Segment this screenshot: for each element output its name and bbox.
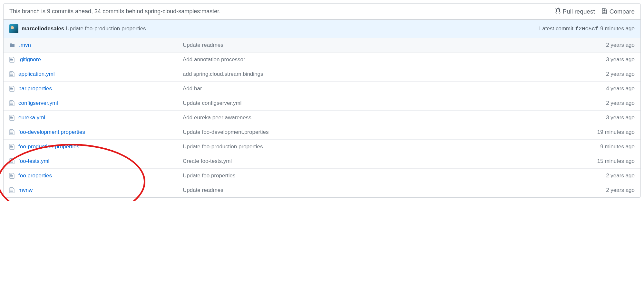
- file-name-cell: foo-production.properties: [9, 144, 183, 150]
- diff-icon: [602, 7, 608, 15]
- file-icon: [9, 71, 15, 77]
- git-pull-request-icon: [555, 7, 561, 15]
- file-icon: [9, 85, 15, 92]
- branch-compare-bar: This branch is 9 commits ahead, 34 commi…: [4, 4, 640, 20]
- branch-status-text: This branch is 9 commits ahead, 34 commi…: [9, 8, 220, 15]
- avatar[interactable]: [9, 24, 18, 33]
- file-icon: [9, 187, 15, 193]
- file-name-cell: bar.properties: [9, 85, 183, 92]
- file-row: configserver.ymlUpdate configserver.yml2…: [4, 96, 640, 111]
- commit-message-link[interactable]: Update foo-development.properties: [183, 129, 570, 135]
- file-name-cell: foo.properties: [9, 173, 183, 179]
- file-time: 2 years ago: [570, 100, 635, 106]
- pull-request-button[interactable]: Pull request: [555, 7, 595, 15]
- pull-request-label: Pull request: [563, 8, 595, 15]
- file-time: 2 years ago: [570, 42, 635, 48]
- commit-message-link[interactable]: add spring.cloud.stream.bindings: [183, 71, 570, 77]
- file-row: application.ymladd spring.cloud.stream.b…: [4, 67, 640, 82]
- compare-label: Compare: [610, 8, 635, 15]
- file-row: eureka.ymlAdd eureka peer awareness3 yea…: [4, 111, 640, 125]
- file-time: 15 minutes ago: [570, 158, 635, 164]
- file-row: .gitignoreAdd annotation processor3 year…: [4, 53, 640, 67]
- file-time: 2 years ago: [570, 173, 635, 179]
- latest-commit-label: Latest commit: [539, 25, 573, 32]
- file-icon: [9, 100, 15, 106]
- file-link[interactable]: foo.properties: [18, 173, 52, 179]
- file-icon: [9, 129, 15, 135]
- file-icon: [9, 144, 15, 150]
- file-link[interactable]: .mvn: [19, 42, 31, 48]
- file-time: 2 years ago: [570, 71, 635, 77]
- file-link[interactable]: foo-tests.yml: [18, 158, 49, 164]
- commit-author-block: marcellodesales Update foo-production.pr…: [9, 24, 146, 33]
- file-time: 9 minutes ago: [570, 144, 635, 150]
- file-link[interactable]: foo-production.properties: [18, 144, 79, 150]
- file-icon: [9, 173, 15, 179]
- branch-actions: Pull request Compare: [555, 7, 635, 15]
- file-row: foo-tests.ymlCreate foo-tests.yml15 minu…: [4, 154, 640, 169]
- file-browser: This branch is 9 commits ahead, 34 commi…: [3, 3, 641, 198]
- file-name-cell: eureka.yml: [9, 114, 183, 121]
- file-link[interactable]: foo-development.properties: [18, 129, 85, 135]
- file-name-cell: mvnw: [9, 187, 183, 193]
- file-icon: [9, 158, 15, 164]
- commit-message-link[interactable]: Add eureka peer awareness: [183, 114, 570, 121]
- file-icon: [9, 114, 15, 121]
- file-row: foo-production.propertiesUpdate foo-prod…: [4, 140, 640, 154]
- commit-sha-link[interactable]: f20c5cf: [575, 26, 598, 32]
- file-time: 3 years ago: [570, 56, 635, 63]
- commit-message-inline[interactable]: Update foo-production.properties: [66, 25, 146, 32]
- file-row: mvnwUpdate readmes2 years ago: [4, 183, 640, 197]
- commit-message-link[interactable]: Update readmes: [183, 187, 570, 193]
- file-icon: [9, 56, 15, 63]
- commit-message-link[interactable]: Add annotation processor: [183, 56, 570, 63]
- file-time: 2 years ago: [570, 187, 635, 193]
- file-link[interactable]: bar.properties: [18, 85, 52, 92]
- file-name-cell: .gitignore: [9, 56, 183, 63]
- file-link[interactable]: application.yml: [18, 71, 54, 77]
- file-time: 3 years ago: [570, 114, 635, 121]
- file-name-cell: foo-development.properties: [9, 129, 183, 135]
- file-time: 19 minutes ago: [570, 129, 635, 135]
- commit-meta: Latest commit f20c5cf 9 minutes ago: [539, 25, 635, 32]
- file-row: foo-development.propertiesUpdate foo-dev…: [4, 125, 640, 140]
- commit-message-link[interactable]: Update foo.properties: [183, 173, 570, 179]
- file-link[interactable]: eureka.yml: [18, 114, 45, 121]
- file-row: foo.propertiesUpdate foo.properties2 yea…: [4, 169, 640, 183]
- commit-message-link[interactable]: Update readmes: [183, 42, 570, 48]
- commit-message-link[interactable]: Update configserver.yml: [183, 100, 570, 106]
- file-list: .mvnUpdate readmes2 years ago.gitignoreA…: [4, 38, 640, 197]
- file-name-cell: configserver.yml: [9, 100, 183, 106]
- file-name-cell: .mvn: [9, 42, 183, 48]
- file-time: 4 years ago: [570, 85, 635, 92]
- file-row: bar.propertiesAdd bar4 years ago: [4, 82, 640, 96]
- file-link[interactable]: mvnw: [18, 187, 33, 193]
- file-row: .mvnUpdate readmes2 years ago: [4, 38, 640, 53]
- file-name-cell: foo-tests.yml: [9, 158, 183, 164]
- latest-commit-bar: marcellodesales Update foo-production.pr…: [4, 20, 640, 38]
- file-link[interactable]: .gitignore: [18, 56, 41, 63]
- commit-time: 9 minutes ago: [600, 25, 635, 32]
- file-link[interactable]: configserver.yml: [18, 100, 58, 106]
- commit-message-link[interactable]: Update foo-production.properties: [183, 144, 570, 150]
- folder-icon: [9, 43, 15, 48]
- commit-author-link[interactable]: marcellodesales: [22, 25, 64, 32]
- commit-message-link[interactable]: Add bar: [183, 85, 570, 92]
- compare-button[interactable]: Compare: [602, 7, 635, 15]
- commit-message-link[interactable]: Create foo-tests.yml: [183, 158, 570, 164]
- file-name-cell: application.yml: [9, 71, 183, 77]
